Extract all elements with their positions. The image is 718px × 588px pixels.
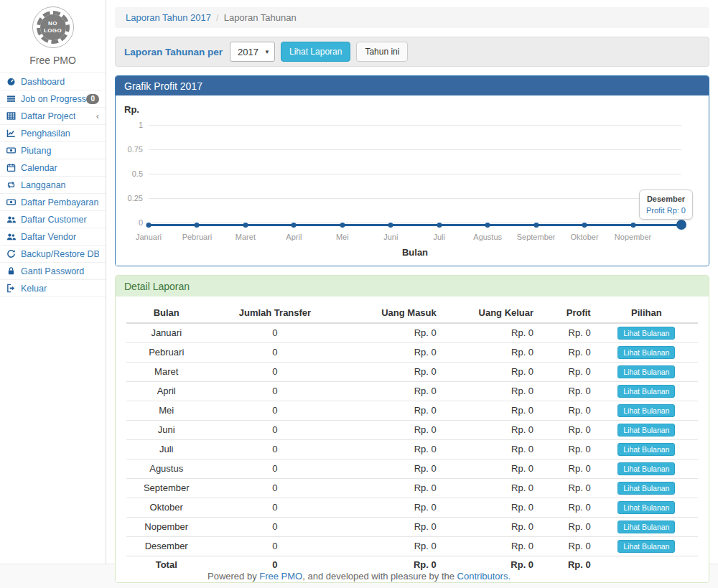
gridline: [149, 174, 681, 174]
cell-jumlah-transfer: 0: [206, 343, 343, 363]
cell-bulan: Juni: [126, 421, 206, 440]
data-point-agustus[interactable]: [485, 223, 490, 228]
view-monthly-button-pebruari[interactable]: Lihat Bulanan: [617, 346, 675, 359]
cell-uang-masuk: Rp. 0: [343, 537, 440, 556]
app-window: NO LOGO Free PMO DashboardJob on Progres…: [0, 0, 718, 564]
sidebar-item-backup-restore-db[interactable]: Backup/Restore DB: [0, 246, 106, 263]
cell-uang-keluar: Rp. 0: [441, 323, 538, 343]
view-monthly-button-oktober[interactable]: Lihat Bulanan: [617, 501, 675, 514]
total-label: Total: [126, 556, 206, 574]
cell-uang-masuk: Rp. 0: [343, 440, 440, 459]
calendar-icon: [6, 163, 17, 173]
data-point-oktober[interactable]: [582, 223, 587, 228]
sidebar-item-label: Dashboard: [21, 77, 65, 87]
cell-bulan: Pebruari: [126, 343, 206, 363]
profit-chart: Rp. Bulan 10.750.50.250JanuariPebruariMa…: [116, 95, 709, 266]
data-point-desember[interactable]: [676, 220, 686, 230]
data-point-nopember[interactable]: [630, 223, 635, 228]
view-monthly-button-mei[interactable]: Lihat Bulanan: [617, 404, 675, 417]
sidebar-item-langganan[interactable]: Langganan: [0, 177, 106, 194]
view-monthly-button-agustus[interactable]: Lihat Bulanan: [617, 462, 675, 475]
tooltip-title: Desember: [646, 195, 686, 203]
data-point-maret[interactable]: [243, 223, 248, 228]
cell-jumlah-transfer: 0: [206, 518, 343, 537]
sidebar-item-daftar-vendor[interactable]: Daftar Vendor: [0, 228, 106, 246]
breadcrumb-link-laporan-tahun[interactable]: Laporan Tahun 2017: [126, 12, 211, 23]
cell-uang-masuk: Rp. 0: [343, 518, 440, 537]
data-point-mei[interactable]: [340, 223, 345, 228]
chevron-left-icon: ‹: [96, 111, 99, 121]
this-year-button[interactable]: Tahun ini: [356, 42, 408, 62]
cell-profit: Rp. 0: [538, 382, 595, 401]
cell-profit: Rp. 0: [538, 343, 595, 363]
col-header-uang-keluar: Uang Keluar: [441, 304, 538, 323]
breadcrumb-current: Laporan Tahunan: [224, 12, 297, 23]
sidebar-item-daftar-customer[interactable]: Daftar Customer: [0, 211, 106, 228]
footer-link-contributors[interactable]: Contributors.: [457, 571, 510, 582]
view-monthly-button-nopember[interactable]: Lihat Bulanan: [617, 521, 675, 533]
sidebar-item-dashboard[interactable]: Dashboard: [0, 73, 106, 90]
table-row: Agustus0Rp. 0Rp. 0Rp. 0Lihat Bulanan: [126, 459, 698, 479]
footer-text-before: Powered by: [208, 571, 259, 582]
view-report-button[interactable]: Lihat Laporan: [281, 42, 350, 62]
sidebar-item-daftar-pembayaran[interactable]: Daftar Pembayaran: [0, 194, 106, 211]
view-monthly-button-desember[interactable]: Lihat Bulanan: [617, 540, 675, 553]
cell-bulan: Mei: [126, 401, 206, 421]
tooltip-value: Profit Rp: 0: [646, 206, 686, 215]
cell-bulan: Juli: [126, 440, 206, 459]
y-tick-label: 1: [118, 121, 143, 129]
table-icon: [6, 111, 17, 121]
cell-uang-keluar: Rp. 0: [441, 343, 538, 363]
cell-uang-masuk: Rp. 0: [343, 401, 440, 421]
sidebar-item-label: Daftar Pembayaran: [21, 197, 98, 207]
table-row: Maret0Rp. 0Rp. 0Rp. 0Lihat Bulanan: [126, 363, 698, 382]
footer-link-free-pmo[interactable]: Free PMO: [259, 571, 302, 582]
sidebar-item-job-on-progress[interactable]: Job on Progress0: [0, 90, 106, 108]
cell-jumlah-transfer: 0: [206, 421, 343, 440]
data-point-juni[interactable]: [388, 223, 393, 228]
view-monthly-button-maret[interactable]: Lihat Bulanan: [617, 365, 675, 378]
view-monthly-button-juni[interactable]: Lihat Bulanan: [617, 424, 675, 437]
data-point-januari[interactable]: [146, 223, 151, 228]
breadcrumb-separator: /: [216, 12, 219, 23]
col-header-uang-masuk: Uang Masuk: [343, 304, 440, 323]
data-point-juli[interactable]: [437, 223, 442, 228]
table-row: September0Rp. 0Rp. 0Rp. 0Lihat Bulanan: [126, 479, 698, 498]
data-point-september[interactable]: [533, 223, 538, 228]
sidebar-item-penghasilan[interactable]: Penghasilan: [0, 125, 106, 142]
sidebar-item-daftar-project[interactable]: Daftar Project‹: [0, 108, 106, 125]
breadcrumb: Laporan Tahun 2017 / Laporan Tahunan: [115, 7, 709, 28]
total-profit: Rp. 0: [538, 556, 595, 574]
table-row: Pebruari0Rp. 0Rp. 0Rp. 0Lihat Bulanan: [126, 343, 698, 363]
data-point-pebruari[interactable]: [195, 223, 200, 228]
sidebar-item-label: Calendar: [21, 163, 57, 173]
cell-profit: Rp. 0: [538, 363, 595, 382]
cell-uang-keluar: Rp. 0: [441, 382, 538, 401]
cell-jumlah-transfer: 0: [206, 363, 343, 382]
view-monthly-button-juli[interactable]: Lihat Bulanan: [617, 443, 675, 456]
cell-bulan: April: [126, 382, 206, 401]
data-point-april[interactable]: [292, 223, 297, 228]
view-monthly-button-september[interactable]: Lihat Bulanan: [617, 482, 675, 495]
y-axis-title: Rp.: [124, 104, 139, 115]
view-monthly-button-april[interactable]: Lihat Bulanan: [617, 385, 675, 398]
sidebar-item-ganti-password[interactable]: Ganti Password: [0, 263, 106, 280]
cell-profit: Rp. 0: [538, 323, 595, 343]
gridline: [149, 223, 681, 223]
year-select[interactable]: 2017: [232, 47, 270, 57]
sidebar-item-calendar[interactable]: Calendar: [0, 159, 106, 177]
cell-jumlah-transfer: 0: [206, 323, 343, 343]
profit-chart-panel: Grafik Profit 2017 Rp. Bulan 10.750.50.2…: [115, 75, 709, 266]
cell-profit: Rp. 0: [538, 440, 595, 459]
report-table: Bulan Jumlah Transfer Uang Masuk Uang Ke…: [126, 304, 698, 574]
sidebar-item-keluar[interactable]: Keluar: [0, 280, 106, 297]
view-monthly-button-januari[interactable]: Lihat Bulanan: [617, 327, 675, 340]
detail-panel-title: Detail Laporan: [116, 276, 709, 297]
sidebar-item-label: Langganan: [21, 180, 66, 190]
cell-bulan: Desember: [126, 537, 206, 556]
cell-profit: Rp. 0: [538, 518, 595, 537]
money-icon: [6, 197, 17, 207]
table-row: Oktober0Rp. 0Rp. 0Rp. 0Lihat Bulanan: [126, 498, 698, 518]
logo-text-line1: NO: [48, 20, 57, 27]
sidebar-item-piutang[interactable]: Piutang: [0, 142, 106, 159]
